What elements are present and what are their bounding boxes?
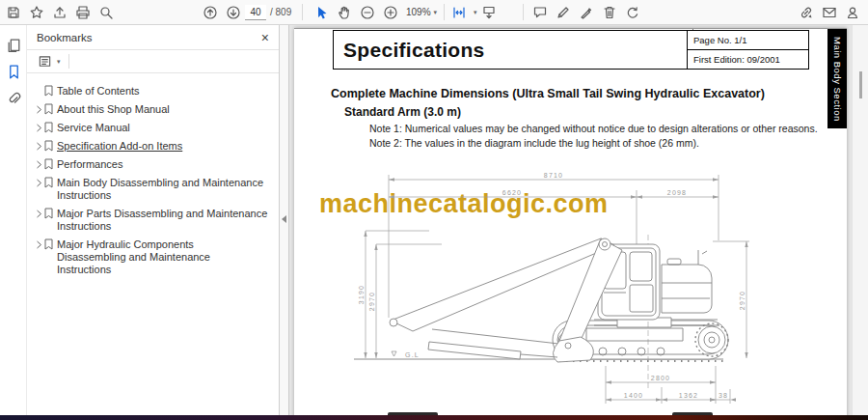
panel-splitter[interactable]	[280, 25, 289, 415]
bookmark-item[interactable]: Major Hydraulic Components Disassembling…	[27, 236, 279, 279]
page-down-icon[interactable]	[222, 2, 245, 23]
dim-height-inner: 2970	[368, 292, 375, 311]
boom-pivot	[599, 238, 610, 250]
chevron-right-icon[interactable]	[35, 178, 43, 191]
dim-overall-length: 8710	[544, 172, 563, 179]
dim-track-rear: 1362	[679, 392, 698, 399]
link-icon[interactable]	[795, 2, 818, 23]
zoom-out-icon[interactable]	[356, 2, 379, 23]
bookmark-item[interactable]: Major Parts Disassembling and Maintenanc…	[27, 205, 279, 236]
chevron-right-icon[interactable]	[35, 209, 43, 222]
collapse-panel-icon[interactable]	[282, 215, 286, 223]
options-divider	[68, 54, 69, 69]
dim-rear-length: 2098	[667, 189, 687, 196]
zoom-in-icon[interactable]	[379, 2, 402, 23]
bookmark-item[interactable]: About this Shop Manual	[27, 100, 279, 119]
toolbar-divider	[302, 4, 303, 20]
bookmark-ribbon-icon	[43, 122, 54, 136]
page-title: Specifications	[334, 31, 687, 69]
rotate-icon[interactable]	[621, 2, 644, 23]
scroll-mode-icon[interactable]	[477, 2, 501, 23]
bucket	[553, 337, 593, 362]
account-icon[interactable]	[841, 2, 864, 23]
note-2: Note 2: The values in the diagram includ…	[369, 137, 699, 149]
engine-housing	[662, 265, 712, 313]
dim-height-outer: 3190	[358, 285, 365, 304]
chevron-down-icon[interactable]: ▾	[57, 58, 61, 66]
print-icon[interactable]	[71, 2, 95, 23]
toolbar: / 809 109% ▾ ▾	[0, 0, 868, 25]
dim-track-offset: 38	[719, 392, 728, 399]
document-area: Specifications Page No. 1/1 First Editio…	[289, 25, 868, 415]
note-1: Note 1: Numerical values may be changed …	[369, 123, 818, 134]
boom-cylinder	[428, 342, 521, 359]
email-icon[interactable]	[818, 2, 841, 23]
dim-height-rear: 2970	[739, 291, 746, 310]
attachments-icon[interactable]	[0, 85, 27, 111]
bookmark-item[interactable]: Performances	[27, 155, 279, 174]
dim-track-front: 1400	[624, 392, 643, 399]
fill-sign-icon[interactable]	[575, 2, 598, 23]
share-icon[interactable]	[48, 2, 71, 23]
toolbar-annotate-group	[529, 0, 644, 24]
vertical-scrollbar[interactable]	[852, 25, 868, 415]
exhaust-pipe	[698, 250, 707, 265]
toolbar-file-group	[2, 0, 118, 24]
bookmark-list: Table of Contents About this Shop Manual…	[27, 73, 279, 279]
select-tool-icon[interactable]	[310, 2, 333, 23]
page-number-input[interactable]	[245, 5, 266, 20]
star-icon[interactable]	[25, 2, 48, 23]
bookmark-ribbon-icon	[43, 103, 54, 118]
highlighter-icon[interactable]	[552, 2, 575, 23]
chevron-right-icon[interactable]	[35, 141, 43, 154]
toolbar-share-group	[795, 0, 864, 24]
page-up-icon[interactable]	[199, 2, 222, 23]
page-title-block: Specifications Page No. 1/1 First Editio…	[333, 30, 809, 70]
chevron-down-icon: ▾	[434, 9, 438, 16]
bookmark-ribbon-icon	[43, 140, 54, 154]
page-total-label: / 809	[270, 7, 291, 17]
chevron-right-icon[interactable]	[35, 104, 43, 118]
section-heading: Complete Machine Dimensions (Ultra Small…	[331, 87, 765, 100]
search-icon[interactable]	[95, 2, 118, 23]
title-block-meta: Page No. 1/1 First Edition: 09/2001	[687, 31, 808, 69]
bookmarks-panel-icon[interactable]	[0, 59, 27, 85]
bookmarks-panel-header: Bookmarks ×	[27, 25, 279, 49]
bookmark-ribbon-icon	[43, 208, 54, 222]
toolbar-page-nav-group: / 809	[199, 0, 291, 24]
bookmarks-options-icon[interactable]	[35, 51, 54, 72]
chevron-right-icon[interactable]	[35, 159, 43, 173]
toolbar-view-group: 109% ▾ ▾	[310, 0, 501, 24]
zoom-level-value: 109%	[406, 7, 431, 17]
dim-front-length: 6620	[502, 189, 522, 196]
scrollbar-thumb[interactable]	[859, 71, 862, 98]
toolbar-divider	[444, 4, 445, 20]
section-subheading: Standard Arm (3.0 m)	[344, 105, 461, 119]
bookmarks-panel-title: Bookmarks	[37, 32, 93, 43]
bookmark-item[interactable]: Main Body Disassembling and Maintenance …	[27, 174, 279, 205]
left-rail	[0, 25, 27, 415]
bookmark-item[interactable]: Service Manual	[27, 119, 279, 137]
bookmarks-options-bar: ▾	[27, 50, 279, 72]
pdf-reader-window: / 809 109% ▾ ▾	[0, 0, 868, 420]
pdf-page: Specifications Page No. 1/1 First Editio…	[294, 28, 847, 415]
bookmark-ribbon-icon	[43, 238, 54, 253]
hand-tool-icon[interactable]	[333, 2, 356, 23]
close-icon[interactable]: ×	[261, 31, 269, 44]
chevron-right-icon[interactable]	[35, 123, 43, 136]
bookmark-item-current[interactable]: Specification Add-on Items	[27, 137, 279, 155]
save-icon[interactable]	[2, 2, 25, 23]
bookmark-ribbon-icon	[43, 158, 54, 173]
zoom-level-dropdown[interactable]: 109% ▾	[402, 2, 441, 23]
bookmarks-panel: Bookmarks × ▾ Table of Contents About th…	[27, 25, 280, 415]
toolbar-divider	[523, 4, 524, 20]
ground-label: G.L	[405, 351, 420, 358]
comment-icon[interactable]	[529, 2, 552, 23]
trash-icon[interactable]	[598, 2, 621, 23]
page-thumbnails-icon[interactable]	[0, 33, 27, 59]
fit-width-icon[interactable]	[448, 2, 471, 23]
chevron-right-icon[interactable]	[35, 239, 43, 253]
edition-label: First Edition: 09/2001	[688, 50, 808, 69]
bookmark-item[interactable]: Table of Contents	[27, 82, 279, 100]
taskbar-edge	[0, 415, 868, 420]
